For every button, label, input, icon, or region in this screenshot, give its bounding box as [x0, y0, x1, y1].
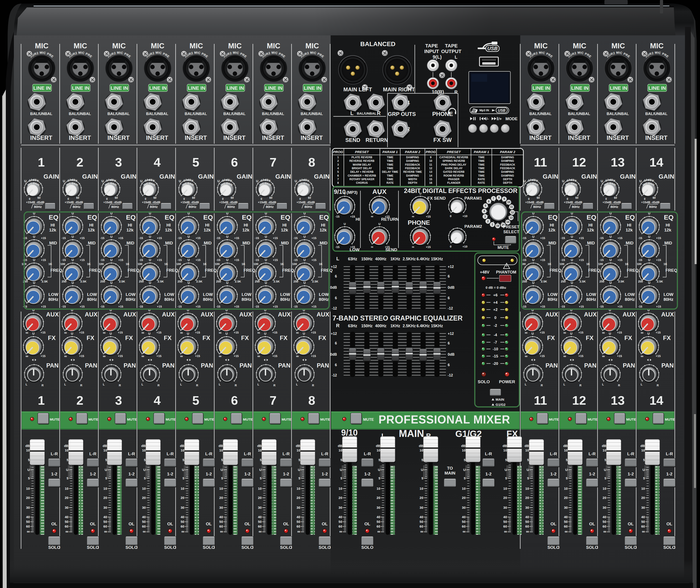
svg-text:∞: ∞: [641, 331, 643, 335]
svg-text:GAIN: GAIN: [237, 173, 252, 180]
svg-text:80Hz: 80Hz: [304, 205, 312, 209]
svg-text:0: 0: [528, 197, 530, 201]
svg-text:20: 20: [641, 496, 645, 500]
svg-text:FEEDBACK: FEEDBACK: [500, 163, 515, 166]
svg-text:MUTE: MUTE: [320, 417, 330, 421]
svg-text:LINE IN: LINE IN: [610, 85, 627, 91]
svg-text:5: 5: [192, 155, 199, 169]
svg-text:U: U: [609, 281, 612, 284]
svg-text:100: 100: [215, 262, 220, 266]
svg-text:-12: -12: [448, 306, 453, 310]
svg-text:2: 2: [487, 220, 489, 223]
svg-text:FX SEND: FX SEND: [427, 196, 446, 201]
svg-text:+15: +15: [656, 354, 661, 358]
svg-text:∞: ∞: [603, 529, 606, 534]
svg-text:OL: OL: [666, 522, 672, 526]
svg-text:INSERT: INSERT: [69, 135, 91, 141]
svg-text:OL: OL: [589, 522, 595, 526]
svg-text:30: 30: [258, 506, 262, 509]
svg-text:+15: +15: [540, 258, 545, 262]
svg-text:10: 10: [525, 487, 529, 490]
svg-text:∞: ∞: [257, 331, 260, 335]
svg-text:40: 40: [103, 515, 107, 519]
svg-text:1-2: 1-2: [90, 472, 96, 476]
svg-text:OL: OL: [206, 522, 212, 526]
svg-text:∞: ∞: [180, 354, 183, 358]
svg-text:DAMPING: DAMPING: [406, 159, 419, 163]
svg-text:20: 20: [503, 496, 507, 500]
svg-text:FREQ: FREQ: [627, 268, 639, 273]
svg-text:RETURN: RETURN: [366, 137, 388, 143]
svg-text:LOW: LOW: [280, 292, 290, 297]
svg-text:U: U: [532, 281, 534, 284]
svg-text:1-2: 1-2: [589, 472, 595, 476]
svg-text:HI: HI: [588, 223, 593, 227]
svg-text:100: 100: [637, 262, 642, 266]
svg-text:80Hz: 80Hz: [34, 205, 42, 209]
svg-text:SOLO: SOLO: [203, 545, 215, 550]
svg-text:80Hz: 80Hz: [203, 297, 213, 302]
svg-text:5: 5: [566, 458, 568, 462]
svg-text:12: 12: [511, 211, 514, 214]
svg-text:U: U: [265, 235, 267, 238]
svg-text:10: 10: [65, 448, 69, 452]
svg-text:FX: FX: [164, 335, 172, 341]
svg-text:PING PONG DELAY: PING PONG DELAY: [441, 163, 467, 166]
svg-text:-15: -15: [23, 236, 27, 240]
svg-text:-15: -15: [23, 258, 27, 262]
svg-text:10: 10: [503, 487, 507, 490]
svg-text:FEEDBACK: FEEDBACK: [405, 166, 420, 170]
svg-text:LINE IN: LINE IN: [33, 85, 51, 91]
svg-text:dB: dB: [141, 444, 146, 448]
svg-text:10: 10: [258, 448, 262, 452]
svg-text:-15: -15: [178, 305, 182, 308]
svg-text:∞: ∞: [525, 331, 527, 335]
svg-text:12k: 12k: [49, 228, 56, 232]
svg-text:GAIN: GAIN: [620, 173, 636, 180]
svg-text:250: 250: [139, 280, 144, 283]
svg-text:-15: -15: [293, 305, 298, 308]
svg-text:U: U: [295, 179, 297, 183]
svg-text:LOW: LOW: [242, 292, 251, 297]
svg-text:1K: 1K: [48, 262, 52, 266]
svg-text:+15: +15: [579, 236, 584, 240]
svg-text:7: 7: [337, 177, 339, 181]
svg-text:AUX: AUX: [545, 311, 558, 318]
svg-text:∞: ∞: [565, 529, 568, 534]
svg-text:13: 13: [429, 170, 432, 174]
svg-text:∞: ∞: [296, 354, 299, 358]
svg-text:1-2: 1-2: [244, 472, 250, 476]
svg-text:MAIN: MAIN: [399, 428, 424, 439]
svg-text:DAMPING: DAMPING: [501, 170, 514, 174]
svg-text:5: 5: [260, 458, 262, 462]
svg-text:MUTE: MUTE: [166, 417, 176, 421]
svg-text:R: R: [336, 323, 340, 328]
svg-text:12k: 12k: [204, 228, 211, 232]
svg-text:+15: +15: [272, 331, 277, 334]
svg-text:63Hz: 63Hz: [348, 257, 357, 261]
svg-text:INSERT: INSERT: [568, 135, 590, 141]
svg-text:LOW: LOW: [203, 292, 213, 297]
svg-text:LOW: LOW: [664, 292, 673, 297]
svg-text:∞: ∞: [525, 354, 527, 358]
svg-text:SOLO: SOLO: [164, 545, 176, 550]
svg-text:LOW: LOW: [87, 292, 97, 297]
svg-text:OL: OL: [90, 522, 96, 526]
svg-text:2.5K: 2.5K: [42, 280, 48, 283]
svg-text:-15: -15: [561, 305, 565, 308]
svg-text:30: 30: [26, 506, 30, 509]
svg-text:L: L: [296, 383, 298, 386]
svg-text:0: 0: [183, 197, 185, 201]
svg-text:30: 30: [462, 506, 466, 509]
svg-text:DARK DELAY: DARK DELAY: [445, 166, 463, 170]
svg-text:-10: -10: [493, 347, 498, 351]
svg-text:GAIN: GAIN: [121, 173, 137, 180]
svg-text:LINE IN: LINE IN: [188, 85, 205, 91]
svg-text:50: 50: [641, 520, 645, 524]
svg-text:REVERB TIME: REVERB TIME: [403, 170, 422, 174]
svg-text:-15: -15: [638, 258, 642, 262]
svg-text:8: 8: [337, 181, 339, 184]
svg-text:+15: +15: [579, 258, 584, 262]
svg-text:L: L: [563, 383, 565, 386]
svg-text:+15: +15: [618, 236, 623, 240]
